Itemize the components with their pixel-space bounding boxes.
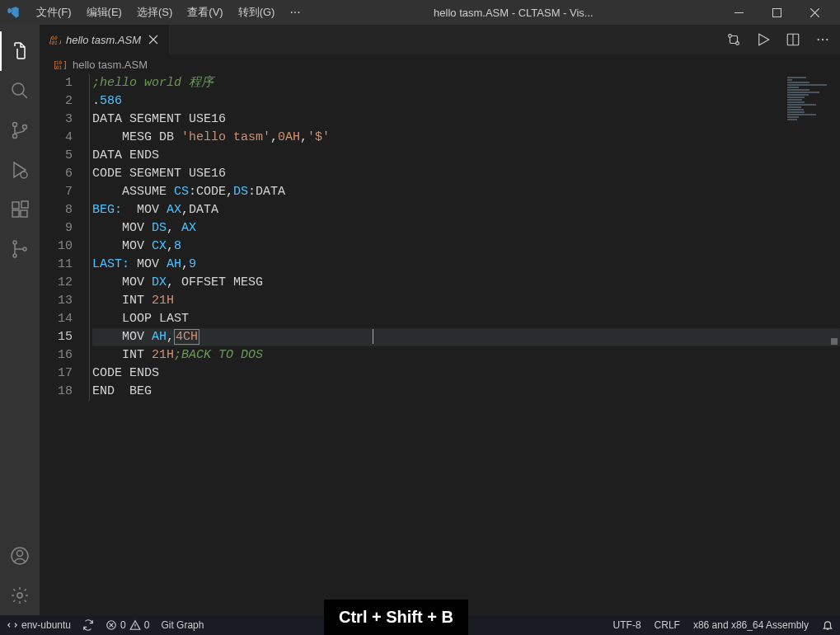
- code-line[interactable]: MESG DB 'hello tasm',0AH,'$': [92, 129, 840, 147]
- code-line[interactable]: LAST: MOV AH,9: [89, 256, 840, 274]
- scrollbar[interactable]: [828, 74, 840, 615]
- eol-status[interactable]: CRLF: [655, 619, 680, 631]
- code-line[interactable]: MOV CX,8: [92, 238, 840, 256]
- code-line[interactable]: MOV DS, AX: [92, 219, 840, 238]
- minimize-button[interactable]: [720, 0, 758, 25]
- source-control-icon[interactable]: [0, 111, 40, 150]
- sync-status[interactable]: [82, 619, 94, 631]
- compare-changes-icon[interactable]: [726, 32, 741, 47]
- line-number: 11: [40, 256, 73, 274]
- line-number: 12: [40, 274, 73, 292]
- svg-point-5: [23, 125, 27, 129]
- menu-edit[interactable]: 编辑(E): [80, 3, 129, 21]
- menu-view[interactable]: 查看(V): [181, 3, 229, 21]
- line-number: 16: [40, 346, 73, 365]
- code-line[interactable]: ASSUME CS:CODE,DS:DATA: [92, 183, 840, 201]
- tab-bar: [1001] hello tasm.ASM: [40, 25, 840, 54]
- code-line[interactable]: ;hello world 程序: [92, 74, 840, 92]
- code-line[interactable]: LOOP LAST: [92, 310, 840, 328]
- line-gutter: 123456789101112131415161718: [40, 74, 89, 615]
- svg-point-4: [13, 134, 17, 139]
- line-number: 15: [40, 328, 73, 346]
- remote-status[interactable]: env-ubuntu: [7, 619, 71, 631]
- run-code-icon[interactable]: [756, 32, 771, 47]
- line-number: 10: [40, 238, 73, 256]
- breadcrumb-label: hello tasm.ASM: [73, 59, 148, 71]
- svg-point-6: [21, 172, 27, 178]
- code-area[interactable]: ;hello world 程序.586DATA SEGMENT USE16 ME…: [89, 74, 840, 615]
- code-line[interactable]: INT 21H: [92, 292, 840, 310]
- code-line[interactable]: BEG: MOV AX,DATA: [89, 201, 840, 219]
- svg-point-2: [12, 83, 24, 95]
- encoding-status[interactable]: UTF-8: [613, 619, 641, 631]
- svg-rect-8: [12, 210, 19, 217]
- svg-point-3: [13, 123, 17, 127]
- tab-close-icon[interactable]: [146, 32, 161, 47]
- line-number: 1: [40, 74, 73, 92]
- svg-rect-0: [734, 12, 744, 13]
- keyboard-shortcut-tooltip: Ctrl + Shift + B: [324, 600, 468, 635]
- svg-point-21: [729, 35, 732, 38]
- search-icon[interactable]: [0, 71, 40, 111]
- explorer-icon[interactable]: [0, 31, 40, 71]
- problems-status[interactable]: 0 0: [106, 619, 149, 631]
- line-number: 7: [40, 183, 73, 201]
- code-line[interactable]: MOV DX, OFFSET MESG: [92, 274, 840, 292]
- line-number: 9: [40, 219, 73, 238]
- run-debug-icon[interactable]: [0, 150, 40, 190]
- menu-selection[interactable]: 选择(S): [130, 3, 179, 21]
- more-actions-icon[interactable]: [815, 32, 830, 47]
- code-line[interactable]: .586: [92, 92, 840, 111]
- scroll-indicator: [831, 338, 838, 345]
- line-number: 18: [40, 383, 73, 401]
- svg-point-22: [736, 42, 739, 45]
- svg-text:]: ]: [63, 60, 66, 69]
- code-line[interactable]: DATA SEGMENT USE16: [89, 111, 840, 129]
- window-title: hello tasm.ASM - CLTASM - Vis...: [307, 7, 720, 19]
- line-number: 5: [40, 147, 73, 165]
- tab-active[interactable]: [1001] hello tasm.ASM: [40, 25, 170, 54]
- close-button[interactable]: [795, 0, 833, 25]
- svg-point-12: [13, 254, 16, 257]
- svg-point-26: [826, 39, 828, 40]
- code-line[interactable]: END BEG: [89, 383, 840, 401]
- code-line[interactable]: INT 21H;BACK TO DOS: [92, 346, 840, 365]
- svg-rect-9: [21, 210, 27, 217]
- svg-point-24: [818, 39, 819, 40]
- code-line[interactable]: DATA ENDS: [89, 147, 840, 165]
- git-graph-status[interactable]: Git Graph: [161, 619, 204, 631]
- notifications-icon[interactable]: [822, 619, 833, 631]
- svg-point-25: [822, 39, 824, 40]
- code-line[interactable]: CODE SEGMENT USE16: [89, 165, 840, 183]
- editor-actions: [726, 25, 840, 54]
- editor[interactable]: 123456789101112131415161718 ;hello world…: [40, 74, 840, 615]
- breadcrumb[interactable]: [1001] hello tasm.ASM: [40, 54, 840, 74]
- settings-gear-icon[interactable]: [0, 576, 40, 615]
- maximize-button[interactable]: [758, 0, 795, 25]
- title-bar: 文件(F) 编辑(E) 选择(S) 查看(V) 转到(G) ··· hello …: [0, 0, 840, 25]
- menu-go[interactable]: 转到(G): [232, 3, 282, 21]
- svg-rect-7: [12, 202, 19, 209]
- line-number: 3: [40, 111, 73, 129]
- extensions-icon[interactable]: [0, 190, 40, 229]
- language-status[interactable]: x86 and x86_64 Assembly: [693, 619, 809, 631]
- menu-file[interactable]: 文件(F): [30, 3, 78, 21]
- line-number: 8: [40, 201, 73, 219]
- line-number: 2: [40, 92, 73, 111]
- svg-rect-1: [772, 8, 781, 16]
- svg-text:01: 01: [51, 40, 58, 45]
- line-number: 4: [40, 129, 73, 147]
- menu-more[interactable]: ···: [283, 3, 307, 21]
- split-editor-icon[interactable]: [786, 32, 800, 47]
- asm-file-icon: [1001]: [48, 33, 61, 46]
- accounts-icon[interactable]: [0, 536, 40, 576]
- code-line[interactable]: MOV AH,4CH: [92, 328, 840, 346]
- code-line[interactable]: CODE ENDS: [89, 365, 840, 383]
- svg-rect-10: [21, 201, 28, 208]
- git-graph-icon[interactable]: [0, 229, 40, 269]
- tab-label: hello tasm.ASM: [66, 34, 141, 46]
- vscode-logo-icon: [7, 6, 20, 19]
- svg-point-15: [17, 551, 23, 557]
- minimap[interactable]: [779, 74, 828, 615]
- activity-bar: [0, 25, 40, 615]
